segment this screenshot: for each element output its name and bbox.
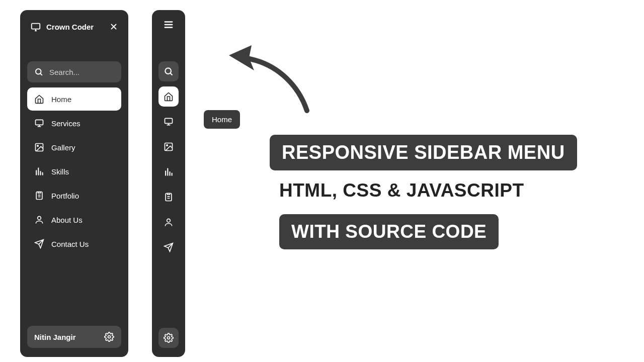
sidebar-item-label: Portfolio xyxy=(51,192,79,200)
collapsed-item-home[interactable] xyxy=(158,86,179,107)
collapsed-item-portfolio[interactable] xyxy=(158,187,179,207)
gear-icon[interactable] xyxy=(104,332,114,342)
title-line-1: RESPONSIVE SIDEBAR MENU xyxy=(270,135,577,170)
hamburger-icon[interactable] xyxy=(163,19,174,30)
sidebar-nav: Home Services Gallery Skills Portfolio xyxy=(27,87,121,255)
sidebar-item-label: Contact Us xyxy=(51,240,89,248)
svg-point-13 xyxy=(167,219,171,222)
svg-point-1 xyxy=(36,69,41,74)
search-input[interactable] xyxy=(49,68,114,76)
sidebar-item-home[interactable]: Home xyxy=(27,87,121,111)
send-icon xyxy=(34,239,44,249)
gear-icon xyxy=(164,333,174,343)
svg-rect-9 xyxy=(165,118,173,123)
svg-point-8 xyxy=(165,68,171,74)
clipboard-icon xyxy=(164,192,174,202)
close-icon[interactable] xyxy=(109,22,118,31)
crown-logo-icon xyxy=(30,21,41,32)
monitor-icon xyxy=(34,118,44,128)
bars-icon xyxy=(164,167,174,177)
sidebar-item-label: Services xyxy=(51,119,80,128)
user-icon xyxy=(34,215,44,225)
collapsed-item-services[interactable] xyxy=(158,112,179,132)
sidebar-item-label: Home xyxy=(51,95,71,104)
search-icon xyxy=(164,66,174,76)
collapsed-item-about[interactable] xyxy=(158,212,179,232)
image-icon xyxy=(34,142,44,152)
search-input-wrap[interactable] xyxy=(27,61,121,82)
sidebar-expanded: Crown Coder Home Services Gallery xyxy=(20,10,128,357)
image-icon xyxy=(164,142,174,152)
collapsed-footer-gear[interactable] xyxy=(158,328,179,348)
home-icon xyxy=(164,92,174,102)
sidebar-item-about[interactable]: About Us xyxy=(27,208,121,231)
bars-icon xyxy=(34,166,44,176)
sidebar-collapsed xyxy=(152,10,185,357)
sidebar-footer[interactable]: Nitin Jangir xyxy=(27,326,121,348)
collapsed-item-contact[interactable] xyxy=(158,237,179,257)
search-icon xyxy=(34,67,43,76)
title-line-2: HTML, CSS & JAVASCRIPT xyxy=(279,180,524,201)
collapsed-item-gallery[interactable] xyxy=(158,137,179,157)
svg-point-6 xyxy=(38,216,41,220)
sidebar-header: Crown Coder xyxy=(27,19,121,32)
send-icon xyxy=(164,242,174,252)
sidebar-item-label: Skills xyxy=(51,167,69,176)
user-icon xyxy=(164,217,174,227)
svg-rect-0 xyxy=(32,24,40,29)
collapsed-search[interactable] xyxy=(158,61,179,81)
sidebar-item-contact[interactable]: Contact Us xyxy=(27,232,121,255)
svg-point-14 xyxy=(168,337,170,339)
user-name: Nitin Jangir xyxy=(34,333,104,341)
svg-rect-2 xyxy=(36,120,43,125)
brand-title: Crown Coder xyxy=(46,23,104,31)
sidebar-item-portfolio[interactable]: Portfolio xyxy=(27,184,121,207)
svg-point-4 xyxy=(37,145,39,147)
arrow-icon xyxy=(224,38,314,113)
sidebar-item-skills[interactable]: Skills xyxy=(27,160,121,183)
title-line-3: WITH SOURCE CODE xyxy=(279,214,499,249)
monitor-icon xyxy=(164,117,174,127)
sidebar-item-label: Gallery xyxy=(51,143,75,152)
collapsed-item-skills[interactable] xyxy=(158,162,179,182)
svg-point-11 xyxy=(167,145,168,146)
sidebar-item-services[interactable]: Services xyxy=(27,112,121,135)
home-icon xyxy=(34,94,44,104)
sidebar-item-gallery[interactable]: Gallery xyxy=(27,136,121,159)
clipboard-icon xyxy=(34,191,44,201)
svg-point-7 xyxy=(108,336,111,338)
sidebar-item-label: About Us xyxy=(51,216,83,224)
